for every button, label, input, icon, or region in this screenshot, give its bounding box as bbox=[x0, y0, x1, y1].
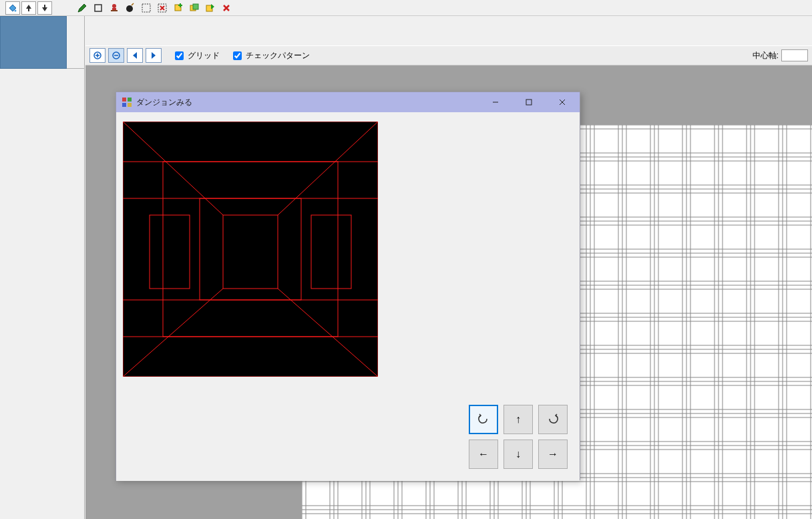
grid-checkbox-label: グリッド bbox=[188, 50, 220, 61]
layer-copy-button[interactable] bbox=[187, 1, 202, 15]
view-toolbar: グリッド チェックパターン 中心軸: bbox=[85, 45, 812, 65]
center-axis-input[interactable] bbox=[781, 49, 808, 61]
navigation-pad: ↑ ← ↓ → bbox=[469, 405, 568, 469]
check-pattern-checkbox-input[interactable] bbox=[233, 51, 242, 60]
layer-add-button[interactable] bbox=[171, 1, 186, 15]
svg-rect-1 bbox=[95, 5, 102, 11]
svg-point-0 bbox=[15, 9, 17, 11]
dialog-app-icon bbox=[122, 97, 132, 108]
svg-rect-6 bbox=[142, 4, 150, 12]
grid-checkbox-input[interactable] bbox=[175, 51, 184, 60]
main-toolbar bbox=[0, 0, 812, 16]
turn-left-button[interactable] bbox=[469, 405, 498, 434]
svg-rect-21 bbox=[123, 122, 378, 377]
nav-left-button[interactable] bbox=[127, 48, 143, 63]
layer-export-button[interactable] bbox=[203, 1, 218, 15]
center-axis-label: 中心軸: bbox=[753, 50, 779, 61]
delete-button[interactable] bbox=[219, 1, 234, 15]
stamp-button[interactable] bbox=[107, 1, 122, 15]
marquee-button[interactable] bbox=[139, 1, 154, 15]
marquee-delete-button[interactable] bbox=[155, 1, 170, 15]
move-down-button[interactable] bbox=[37, 1, 52, 15]
left-tab-active[interactable] bbox=[0, 16, 67, 69]
close-button[interactable] bbox=[548, 93, 577, 112]
nav-right-button[interactable] bbox=[146, 48, 162, 63]
svg-point-2 bbox=[112, 4, 116, 8]
zoom-out-button[interactable] bbox=[108, 48, 124, 63]
maximize-button[interactable] bbox=[514, 93, 544, 112]
check-pattern-checkbox[interactable]: チェックパターン bbox=[230, 49, 310, 62]
strafe-right-button[interactable]: → bbox=[538, 440, 568, 469]
left-tab-strip bbox=[0, 16, 84, 69]
svg-rect-17 bbox=[128, 98, 132, 102]
minimize-button[interactable] bbox=[481, 93, 510, 112]
forward-button[interactable]: ↑ bbox=[503, 405, 533, 434]
rectangle-button[interactable] bbox=[91, 1, 106, 15]
svg-rect-3 bbox=[112, 8, 116, 10]
svg-rect-10 bbox=[193, 4, 198, 9]
dungeon-viewport bbox=[123, 122, 378, 377]
dialog-title: ダンジョンみる bbox=[136, 97, 477, 108]
svg-point-5 bbox=[126, 5, 133, 12]
dialog-client: ↑ ← ↓ → bbox=[116, 112, 580, 481]
svg-rect-18 bbox=[122, 103, 126, 107]
zoom-in-button[interactable] bbox=[89, 48, 106, 63]
svg-rect-20 bbox=[526, 100, 532, 105]
svg-rect-4 bbox=[111, 10, 118, 11]
left-panel bbox=[0, 16, 85, 519]
dungeon-view-dialog: ダンジョンみる bbox=[116, 92, 580, 480]
turn-right-button[interactable] bbox=[538, 405, 568, 434]
back-button[interactable]: ↓ bbox=[503, 440, 533, 469]
move-up-button[interactable] bbox=[21, 1, 36, 15]
strafe-left-button[interactable]: ← bbox=[469, 440, 498, 469]
svg-rect-19 bbox=[128, 103, 132, 107]
svg-rect-16 bbox=[122, 98, 126, 102]
grid-checkbox[interactable]: グリッド bbox=[172, 49, 220, 62]
paint-bucket-button[interactable] bbox=[5, 1, 20, 15]
bomb-button[interactable] bbox=[123, 1, 138, 15]
pencil-button[interactable] bbox=[75, 1, 89, 15]
dialog-titlebar[interactable]: ダンジョンみる bbox=[116, 92, 580, 112]
check-pattern-checkbox-label: チェックパターン bbox=[246, 50, 310, 61]
